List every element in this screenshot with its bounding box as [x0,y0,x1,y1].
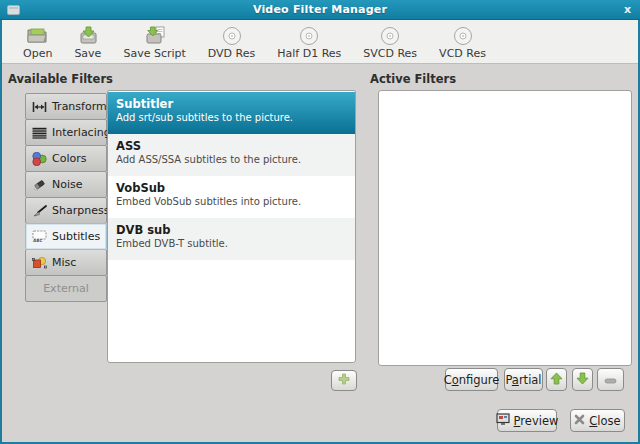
filter-description: Embed VobSub subtitles into picture. [116,195,347,208]
active-filters-list[interactable] [378,90,632,366]
toolbar: Open Save Save Script [2,20,638,64]
window-menu-icon[interactable] [7,5,20,15]
tab-subtitles[interactable]: ABC Subtitles [25,223,107,250]
toolbar-label: VCD Res [439,47,486,60]
toolbar-save-script-button[interactable]: Save Script [112,20,196,63]
toolbar-open-button[interactable]: Open [12,20,63,63]
tab-colors[interactable]: Colors [25,145,107,172]
toolbar-label: Save [74,47,101,60]
active-filters-header: Active Filters [370,72,456,86]
tab-label: Noise [52,178,83,191]
close-icon [574,414,585,428]
tab-label: Sharpness [52,204,109,217]
move-filter-up-button[interactable] [546,368,567,391]
tab-interlacing[interactable]: Interlacing [25,119,107,146]
remove-filter-button[interactable] [597,368,624,391]
add-filter-button[interactable] [331,370,357,391]
sharpness-icon [31,205,47,217]
tab-transform[interactable]: Transform [25,93,107,120]
tab-misc[interactable]: Misc [25,249,107,276]
toolbar-label: DVD Res [208,47,255,60]
noise-icon [31,178,47,191]
preview-button[interactable]: Preview [497,409,557,432]
disc-icon [221,24,243,47]
filter-name: Subtitler [116,97,347,111]
toolbar-label: SVCD Res [363,47,417,60]
filter-description: Add ASS/SSA subtitles to the picture. [116,153,347,166]
interlacing-icon [31,127,47,139]
tab-sharpness[interactable]: Sharpness [25,197,107,224]
toolbar-half-d1-res-button[interactable]: Half D1 Res [266,20,352,63]
partial-button[interactable]: Partial [504,368,543,391]
toolbar-label: Open [23,47,52,60]
tab-label: Colors [52,152,86,165]
configure-button[interactable]: Configure [445,368,498,391]
window-title: Video Filter Manager [0,3,640,16]
colors-icon [31,152,47,166]
titlebar: Video Filter Manager x [0,0,640,20]
transform-icon [31,101,47,113]
tab-label: Transform [52,100,107,113]
filter-description: Embed DVB-T subtitle. [116,237,347,250]
toolbar-vcd-res-button[interactable]: VCD Res [428,20,497,63]
filter-row-subtitler[interactable]: Subtitler Add srt/sub subtitles to the p… [108,92,355,134]
plus-icon [338,373,350,388]
toolbar-dvd-res-button[interactable]: DVD Res [197,20,266,63]
filter-row-dvb-sub[interactable]: DVB sub Embed DVB-T subtitle. [108,218,355,260]
close-button[interactable]: Close [570,409,625,432]
save-icon [77,24,99,47]
close-window-button[interactable]: x [624,2,631,18]
tab-label: Misc [52,256,76,269]
preview-button-label: Preview [514,414,559,428]
tab-label: Interlacing [52,126,111,139]
close-button-label: Close [589,414,620,428]
filter-row-ass[interactable]: ASS Add ASS/SSA subtitles to the picture… [108,134,355,176]
disc-icon [452,24,474,47]
preview-icon [496,413,510,428]
tab-external[interactable]: External [25,275,107,302]
available-filters-list: Subtitler Add srt/sub subtitles to the p… [107,90,356,363]
disc-icon [298,24,320,47]
available-filters-header: Available Filters [8,72,113,86]
svg-text:ABC: ABC [33,238,43,243]
configure-button-label: Configure [444,373,500,387]
arrow-up-icon [550,372,563,388]
filter-name: DVB sub [116,223,347,237]
toolbar-label: Save Script [123,47,185,60]
disc-icon [379,24,401,47]
move-filter-down-button[interactable] [572,368,593,391]
partial-button-label: Partial [505,373,541,387]
toolbar-label: Half D1 Res [277,47,341,60]
filter-name: VobSub [116,181,347,195]
toolbar-save-button[interactable]: Save [63,20,112,63]
tab-label: Subtitles [52,230,100,243]
toolbar-svcd-res-button[interactable]: SVCD Res [352,20,428,63]
filter-name: ASS [116,139,347,153]
tab-label: External [43,282,89,295]
open-folder-icon [26,24,49,47]
tab-noise[interactable]: Noise [25,171,107,198]
subtitles-icon: ABC [31,230,47,243]
misc-icon [31,256,47,269]
minus-icon [604,373,617,387]
filter-description: Add srt/sub subtitles to the picture. [116,111,347,124]
filter-row-vobsub[interactable]: VobSub Embed VobSub subtitles into pictu… [108,176,355,218]
filter-category-tabs: Transform Interlacing Colors [25,93,107,302]
save-script-icon [144,24,166,47]
arrow-down-icon [576,372,589,388]
